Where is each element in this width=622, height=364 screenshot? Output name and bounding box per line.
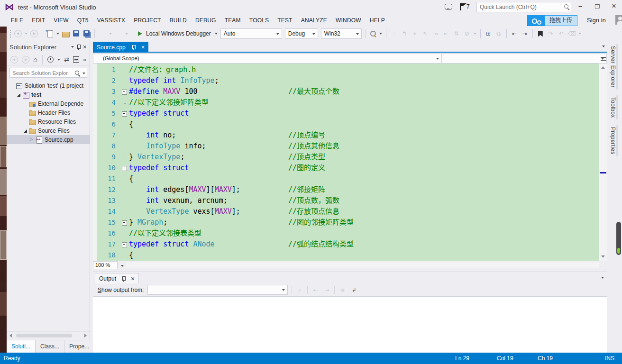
find-message-icon[interactable] bbox=[296, 286, 303, 294]
platform-combo[interactable]: Win32 bbox=[321, 28, 362, 39]
menu-item-tools[interactable]: TOOLS bbox=[245, 15, 273, 26]
toolbar-icon[interactable] bbox=[453, 30, 460, 37]
code-line-6[interactable]: 6{ bbox=[97, 119, 599, 130]
menu-item-debug[interactable]: DEBUG bbox=[191, 15, 220, 26]
find-dropdown[interactable] bbox=[379, 33, 382, 35]
drag-upload-button[interactable]: 拖拽上传 bbox=[527, 15, 577, 26]
scroll-up-icon[interactable] bbox=[601, 66, 605, 69]
toolbar-icon[interactable] bbox=[442, 30, 450, 37]
fold-collapse-icon[interactable] bbox=[121, 108, 129, 119]
code-line-16[interactable]: 16//以下定义邻接表类型 bbox=[97, 228, 599, 239]
window-position-dropdown[interactable] bbox=[71, 46, 74, 48]
search-options-dropdown[interactable] bbox=[82, 73, 85, 74]
debugger-dropdown[interactable] bbox=[215, 33, 218, 35]
back-icon[interactable] bbox=[10, 56, 18, 64]
toolbar-overflow-dropdown[interactable] bbox=[474, 33, 476, 35]
close-panel-icon[interactable] bbox=[83, 43, 87, 51]
side-tab-server-explorer[interactable]: Server Explorer bbox=[609, 41, 617, 92]
editor-vertical-scrollbar[interactable] bbox=[599, 64, 607, 261]
redo-dropdown[interactable] bbox=[125, 33, 128, 35]
bookmark-icon[interactable] bbox=[538, 31, 543, 37]
search-icon[interactable] bbox=[75, 71, 79, 75]
output-content[interactable] bbox=[93, 296, 607, 353]
bookmark-overflow-dropdown[interactable] bbox=[578, 33, 581, 35]
quick-launch-box[interactable] bbox=[476, 2, 571, 12]
scroll-down-icon[interactable] bbox=[601, 255, 605, 258]
code-line-1[interactable]: 1//文件名：graph.h bbox=[97, 64, 599, 75]
tree-item-external-dependencies[interactable]: External Depende bbox=[7, 99, 90, 108]
home-icon[interactable] bbox=[33, 55, 37, 64]
tree-item-project-test[interactable]: test bbox=[7, 90, 90, 99]
new-folder-icon[interactable] bbox=[485, 30, 492, 37]
panel-tab-soluti[interactable]: Soluti... bbox=[7, 340, 36, 353]
side-scrollbar-thumb[interactable] bbox=[616, 222, 621, 255]
restore-button[interactable] bbox=[591, 1, 604, 11]
menu-item-test[interactable]: TEST bbox=[273, 15, 296, 26]
navigate-forward-icon[interactable] bbox=[30, 30, 38, 37]
menu-item-help[interactable]: HELP bbox=[366, 15, 389, 26]
find-in-files-icon[interactable] bbox=[370, 30, 376, 37]
tab-list-dropdown[interactable] bbox=[602, 46, 605, 47]
pin-panel-icon[interactable] bbox=[121, 276, 126, 282]
pin-icon[interactable] bbox=[76, 44, 81, 50]
quick-launch-input[interactable] bbox=[480, 3, 559, 11]
solution-search-box[interactable] bbox=[9, 68, 87, 78]
next-bookmark-icon[interactable] bbox=[547, 30, 555, 37]
navigate-backward-icon[interactable] bbox=[14, 30, 22, 37]
close-button[interactable] bbox=[607, 1, 621, 11]
side-tab-toolbox[interactable]: Toolbox bbox=[609, 92, 617, 122]
editor-horizontal-scrollbar[interactable] bbox=[126, 262, 599, 268]
code-line-18[interactable]: 18{ bbox=[97, 250, 599, 261]
tree-item-solution[interactable]: Solution 'test' (1 project bbox=[7, 81, 90, 90]
toggle-word-wrap-icon[interactable] bbox=[350, 286, 357, 294]
output-tab[interactable]: Output bbox=[95, 273, 139, 283]
menu-item-analyze[interactable]: ANALYZE bbox=[297, 15, 331, 26]
toolbar-icon[interactable] bbox=[421, 30, 429, 37]
menu-item-build[interactable]: BUILD bbox=[165, 15, 191, 26]
close-tab-icon[interactable] bbox=[141, 44, 145, 51]
toolbar-grip[interactable] bbox=[9, 29, 11, 38]
start-debug-icon[interactable] bbox=[138, 31, 142, 36]
feedback-icon[interactable] bbox=[445, 4, 452, 9]
output-source-combo[interactable] bbox=[147, 285, 288, 295]
menu-item-qt5[interactable]: QT5 bbox=[73, 15, 93, 26]
toolbar-icon[interactable] bbox=[401, 30, 408, 37]
editor-split-handle[interactable] bbox=[601, 57, 606, 61]
zoom-level-combo[interactable]: 100 % bbox=[93, 261, 118, 269]
tab-source-cpp[interactable]: Source.cpp bbox=[93, 42, 148, 53]
notifications-flag-icon[interactable] bbox=[460, 3, 472, 11]
menu-item-edit[interactable]: EDIT bbox=[27, 15, 49, 26]
scroll-right-icon[interactable] bbox=[84, 334, 87, 337]
solution-search-input[interactable] bbox=[12, 69, 73, 76]
previous-bookmark-icon[interactable] bbox=[558, 30, 565, 37]
pin-tab-icon[interactable] bbox=[131, 45, 136, 50]
undo-dropdown[interactable] bbox=[109, 33, 112, 35]
tree-item-header-files[interactable]: Header Files bbox=[7, 108, 90, 117]
tree-collapsed-arrow-icon[interactable] bbox=[29, 137, 35, 143]
tree-expanded-arrow-icon[interactable] bbox=[23, 128, 28, 134]
scope-dropdown[interactable]: (Global Scope) bbox=[93, 54, 442, 64]
menu-item-view[interactable]: VIEW bbox=[49, 15, 73, 26]
menu-item-team[interactable]: TEAM bbox=[220, 15, 245, 26]
forward-icon[interactable] bbox=[22, 56, 29, 64]
menu-item-window[interactable]: WINDOW bbox=[331, 15, 366, 26]
menu-item-file[interactable]: FILE bbox=[7, 15, 27, 26]
code-line-10[interactable]: 10typedef struct//图的定义 bbox=[97, 163, 599, 173]
search-icon[interactable] bbox=[564, 4, 568, 9]
minimize-button[interactable] bbox=[574, 1, 587, 11]
close-output-icon[interactable] bbox=[131, 275, 135, 282]
fold-collapse-icon[interactable] bbox=[121, 217, 129, 228]
code-editor[interactable]: 1//文件名：graph.h2typedef int InfoType;3#de… bbox=[93, 64, 599, 261]
tree-item-resource-files[interactable]: Resource Files bbox=[7, 117, 90, 126]
tree-item-source-cpp[interactable]: Source.cpp bbox=[7, 135, 90, 144]
fold-collapse-icon[interactable] bbox=[121, 239, 129, 250]
code-line-11[interactable]: 11{ bbox=[97, 173, 599, 184]
sign-in-link[interactable]: Sign in bbox=[587, 17, 606, 24]
tree-expanded-arrow-icon[interactable] bbox=[16, 92, 22, 98]
upload-label[interactable]: 拖拽上传 bbox=[545, 16, 577, 26]
toolbar-icon[interactable] bbox=[390, 30, 398, 37]
side-tab-properties[interactable]: Properties bbox=[609, 122, 617, 159]
decrease-indent-icon[interactable] bbox=[511, 30, 518, 37]
clear-bookmarks-icon[interactable] bbox=[568, 30, 576, 37]
redo-icon[interactable] bbox=[115, 30, 122, 37]
